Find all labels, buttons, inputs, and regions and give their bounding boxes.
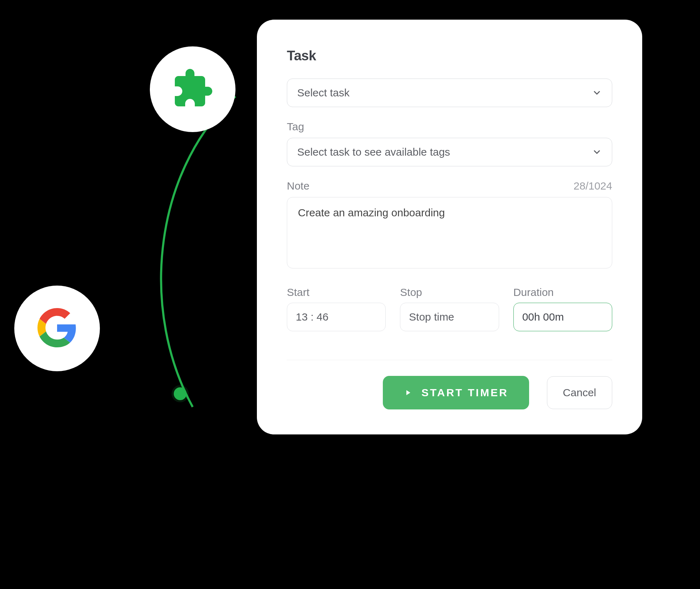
panel-title: Task <box>287 48 612 64</box>
timer-panel: Task Select task Tag Select task to see … <box>257 20 642 434</box>
duration-label: Duration <box>513 286 554 298</box>
duration-input[interactable]: 00h 00m <box>513 303 612 331</box>
note-input[interactable] <box>287 197 612 268</box>
note-label: Note <box>287 180 309 192</box>
extension-bubble <box>150 46 235 132</box>
actions-row: START TIMER Cancel <box>287 376 612 409</box>
start-time-input[interactable]: 13 : 46 <box>287 303 386 331</box>
chevron-down-icon <box>592 88 602 98</box>
stop-label: Stop <box>400 286 422 298</box>
puzzle-piece-icon <box>171 67 214 111</box>
start-timer-button[interactable]: START TIMER <box>383 376 529 409</box>
stop-time-input[interactable]: Stop time <box>400 303 499 331</box>
tag-select-placeholder: Select task to see available tags <box>297 146 450 158</box>
google-bubble <box>14 286 100 371</box>
connector-dot <box>174 387 187 400</box>
note-char-counter: 28/1024 <box>574 180 612 192</box>
play-icon <box>404 388 412 397</box>
start-label: Start <box>287 286 309 298</box>
chevron-down-icon <box>592 147 602 157</box>
note-label-row: Note 28/1024 <box>287 180 612 192</box>
tag-label: Tag <box>287 121 612 133</box>
google-icon <box>37 308 77 349</box>
cancel-button[interactable]: Cancel <box>547 376 612 409</box>
tag-select[interactable]: Select task to see available tags <box>287 138 612 166</box>
task-select-placeholder: Select task <box>297 87 350 99</box>
task-select[interactable]: Select task <box>287 79 612 107</box>
divider <box>287 360 612 360</box>
time-row: Start 13 : 46 Stop Stop time Duration 00… <box>287 286 612 331</box>
